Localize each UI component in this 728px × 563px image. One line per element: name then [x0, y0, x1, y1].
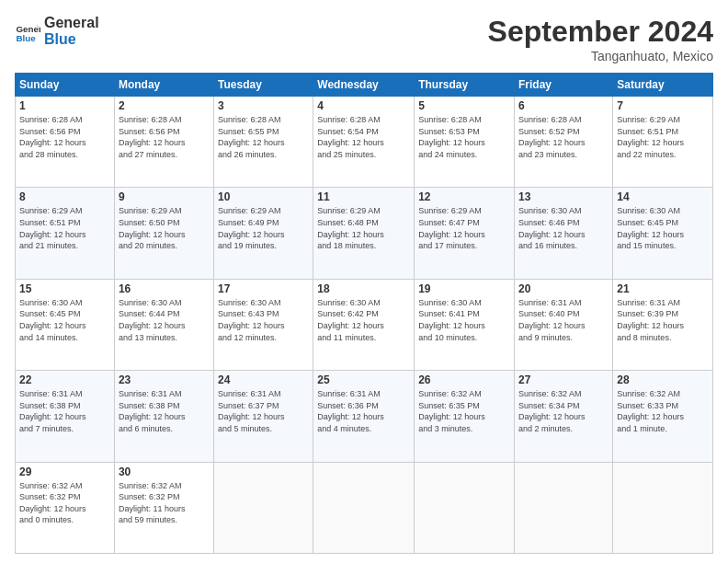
day-17: 17 Sunrise: 6:30 AMSunset: 6:43 PMDaylig…: [214, 279, 313, 370]
week-row-4: 22 Sunrise: 6:31 AMSunset: 6:38 PMDaylig…: [16, 371, 713, 462]
empty-cell-5: [613, 462, 713, 553]
day-12: 12 Sunrise: 6:29 AMSunset: 6:47 PMDaylig…: [415, 188, 515, 279]
col-thursday: Thursday: [415, 74, 515, 97]
day-19: 19 Sunrise: 6:30 AMSunset: 6:41 PMDaylig…: [415, 279, 515, 370]
col-friday: Friday: [515, 74, 613, 97]
calendar-table: Sunday Monday Tuesday Wednesday Thursday…: [15, 73, 713, 554]
day-25: 25 Sunrise: 6:31 AMSunset: 6:36 PMDaylig…: [313, 371, 415, 462]
day-24: 24 Sunrise: 6:31 AMSunset: 6:37 PMDaylig…: [214, 371, 313, 462]
subtitle: Tanganhuato, Mexico: [488, 49, 713, 63]
empty-cell-2: [313, 462, 415, 553]
month-title: September 2024: [488, 15, 713, 49]
day-14: 14 Sunrise: 6:30 AMSunset: 6:45 PMDaylig…: [613, 188, 713, 279]
day-5: 5 Sunrise: 6:28 AMSunset: 6:53 PMDayligh…: [415, 97, 515, 188]
day-27: 27 Sunrise: 6:32 AMSunset: 6:34 PMDaylig…: [515, 371, 613, 462]
page: General Blue General Blue September 2024…: [0, 0, 728, 563]
logo-blue: Blue: [44, 31, 99, 48]
day-11: 11 Sunrise: 6:29 AMSunset: 6:48 PMDaylig…: [313, 188, 415, 279]
day-15: 15 Sunrise: 6:30 AMSunset: 6:45 PMDaylig…: [16, 279, 115, 370]
day-18: 18 Sunrise: 6:30 AMSunset: 6:42 PMDaylig…: [313, 279, 415, 370]
day-30: 30 Sunrise: 6:32 AMSunset: 6:32 PMDaylig…: [114, 462, 213, 553]
svg-text:Blue: Blue: [16, 33, 36, 43]
day-6: 6 Sunrise: 6:28 AMSunset: 6:52 PMDayligh…: [515, 97, 613, 188]
day-29: 29 Sunrise: 6:32 AMSunset: 6:32 PMDaylig…: [16, 462, 115, 553]
week-row-1: 1 Sunrise: 6:28 AMSunset: 6:56 PMDayligh…: [16, 97, 713, 188]
week-row-3: 15 Sunrise: 6:30 AMSunset: 6:45 PMDaylig…: [16, 279, 713, 370]
day-21: 21 Sunrise: 6:31 AMSunset: 6:39 PMDaylig…: [613, 279, 713, 370]
title-block: September 2024 Tanganhuato, Mexico: [488, 15, 713, 63]
day-3: 3 Sunrise: 6:28 AMSunset: 6:55 PMDayligh…: [214, 97, 313, 188]
col-tuesday: Tuesday: [214, 74, 313, 97]
logo-general: General: [44, 15, 99, 31]
day-22: 22 Sunrise: 6:31 AMSunset: 6:38 PMDaylig…: [16, 371, 115, 462]
week-row-5: 29 Sunrise: 6:32 AMSunset: 6:32 PMDaylig…: [16, 462, 713, 553]
day-9: 9 Sunrise: 6:29 AMSunset: 6:50 PMDayligh…: [114, 188, 213, 279]
day-16: 16 Sunrise: 6:30 AMSunset: 6:44 PMDaylig…: [114, 279, 213, 370]
col-saturday: Saturday: [613, 74, 713, 97]
logo-icon: General Blue: [15, 18, 40, 44]
col-monday: Monday: [114, 74, 213, 97]
day-23: 23 Sunrise: 6:31 AMSunset: 6:38 PMDaylig…: [114, 371, 213, 462]
week-row-2: 8 Sunrise: 6:29 AMSunset: 6:51 PMDayligh…: [16, 188, 713, 279]
header: General Blue General Blue September 2024…: [15, 15, 713, 63]
day-7: 7 Sunrise: 6:29 AMSunset: 6:51 PMDayligh…: [613, 97, 713, 188]
day-26: 26 Sunrise: 6:32 AMSunset: 6:35 PMDaylig…: [415, 371, 515, 462]
col-wednesday: Wednesday: [313, 74, 415, 97]
col-sunday: Sunday: [16, 74, 115, 97]
day-4: 4 Sunrise: 6:28 AMSunset: 6:54 PMDayligh…: [313, 97, 415, 188]
day-1: 1 Sunrise: 6:28 AMSunset: 6:56 PMDayligh…: [16, 97, 115, 188]
header-row: Sunday Monday Tuesday Wednesday Thursday…: [16, 74, 713, 97]
day-28: 28 Sunrise: 6:32 AMSunset: 6:33 PMDaylig…: [613, 371, 713, 462]
day-2: 2 Sunrise: 6:28 AMSunset: 6:56 PMDayligh…: [114, 97, 213, 188]
empty-cell-3: [415, 462, 515, 553]
empty-cell-1: [214, 462, 313, 553]
empty-cell-4: [515, 462, 613, 553]
day-10: 10 Sunrise: 6:29 AMSunset: 6:49 PMDaylig…: [214, 188, 313, 279]
day-13: 13 Sunrise: 6:30 AMSunset: 6:46 PMDaylig…: [515, 188, 613, 279]
day-20: 20 Sunrise: 6:31 AMSunset: 6:40 PMDaylig…: [515, 279, 613, 370]
day-8: 8 Sunrise: 6:29 AMSunset: 6:51 PMDayligh…: [16, 188, 115, 279]
logo: General Blue General Blue: [15, 15, 99, 47]
